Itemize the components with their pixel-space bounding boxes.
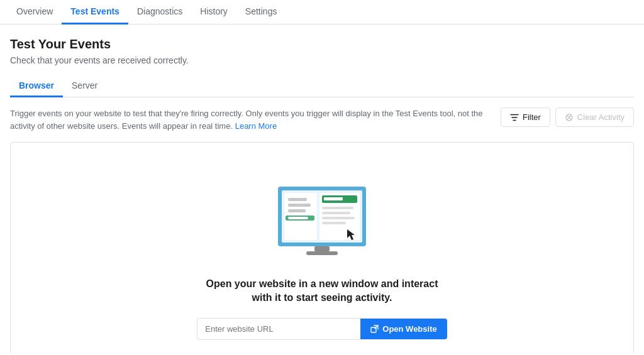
- main-content: Test Your Events Check that your events …: [0, 25, 644, 353]
- filter-icon: [510, 113, 519, 122]
- external-link-icon: [370, 325, 379, 333]
- tab-settings[interactable]: Settings: [236, 0, 286, 25]
- feedback-link[interactable]: Feedback: [316, 352, 352, 353]
- tab-test-events[interactable]: Test Events: [62, 0, 128, 25]
- svg-rect-4: [288, 204, 311, 207]
- content-area: Open your website in a new window and in…: [10, 142, 634, 353]
- action-buttons: Filter Clear Activity: [501, 107, 634, 127]
- clear-label: Clear Activity: [577, 112, 625, 122]
- svg-rect-14: [322, 222, 346, 224]
- svg-rect-12: [322, 212, 350, 214]
- learn-more-link[interactable]: Learn More: [235, 121, 277, 131]
- svg-rect-3: [288, 198, 307, 201]
- description-text: Trigger events on your website to test t…: [10, 107, 488, 132]
- filter-button[interactable]: Filter: [501, 107, 550, 127]
- footer-links: Help | Feedback: [292, 352, 352, 353]
- open-website-label: Open Website: [382, 324, 436, 334]
- page-title: Test Your Events: [10, 37, 634, 52]
- page-subtitle: Check that your events are received corr…: [10, 55, 634, 65]
- svg-rect-13: [322, 217, 355, 219]
- open-website-button[interactable]: Open Website: [360, 319, 447, 339]
- filter-label: Filter: [523, 112, 541, 122]
- subtab-browser[interactable]: Browser: [10, 75, 63, 97]
- svg-rect-11: [322, 207, 353, 209]
- url-input-row: Open Website: [197, 318, 447, 340]
- svg-rect-16: [314, 246, 330, 251]
- svg-rect-17: [306, 251, 338, 255]
- svg-rect-10: [324, 197, 343, 200]
- website-url-input[interactable]: [197, 318, 360, 340]
- tab-history[interactable]: History: [191, 0, 236, 25]
- tab-diagnostics[interactable]: Diagnostics: [128, 0, 191, 25]
- clear-icon: [565, 113, 574, 122]
- svg-rect-7: [288, 217, 308, 219]
- help-link[interactable]: Help: [292, 352, 309, 353]
- cta-heading: Open your website in a new window and in…: [203, 277, 441, 305]
- description-row: Trigger events on your website to test t…: [10, 107, 634, 132]
- top-navigation: Overview Test Events Diagnostics History…: [0, 0, 644, 25]
- monitor-illustration: [272, 180, 372, 262]
- clear-activity-button[interactable]: Clear Activity: [555, 107, 634, 127]
- sub-tab-bar: Browser Server: [10, 75, 634, 97]
- tab-overview[interactable]: Overview: [8, 0, 62, 25]
- subtab-server[interactable]: Server: [63, 75, 106, 97]
- svg-rect-5: [288, 209, 306, 212]
